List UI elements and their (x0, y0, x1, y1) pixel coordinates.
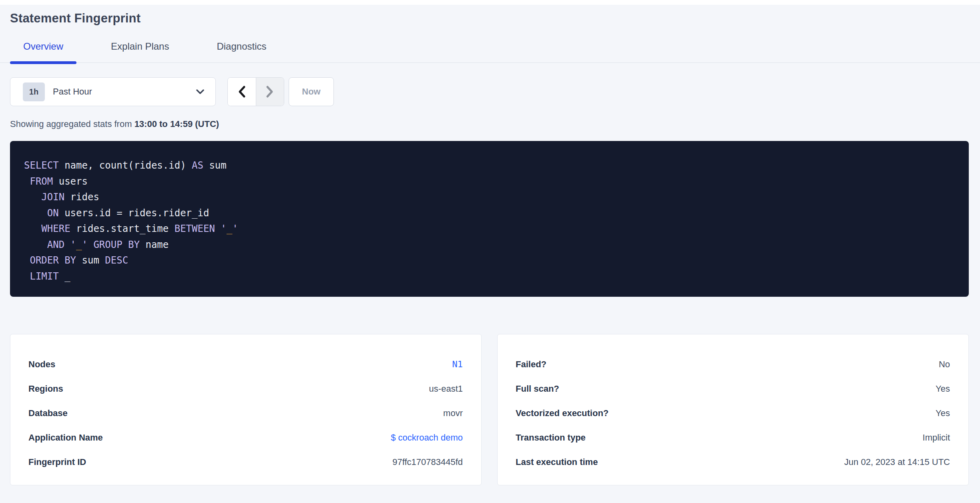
tab-overview[interactable]: Overview (10, 41, 76, 62)
chevron-right-icon (265, 85, 274, 98)
sql-line: FROM users (24, 174, 957, 190)
time-range-dropdown[interactable]: 1h Past Hour (10, 77, 216, 106)
sql-line: ON users.id = rides.rider_id (24, 205, 957, 221)
chevron-down-icon (195, 89, 205, 95)
time-range-label: Past Hour (53, 87, 92, 97)
row-value: Implicit (923, 433, 950, 443)
row-value: Yes (936, 384, 950, 394)
sql-line: ORDER BY sum DESC (24, 253, 957, 269)
tab-bar: OverviewExplain PlansDiagnostics (0, 41, 980, 63)
row-label: Regions (28, 384, 63, 394)
sql-line: JOIN rides (24, 189, 957, 205)
summary-card-left: NodesN1Regionsus-east1DatabasemovrApplic… (10, 334, 482, 485)
card-row: Fingerprint ID97ffc170783445fd (28, 450, 463, 474)
row-value: No (939, 359, 950, 370)
card-row: Failed?No (516, 352, 950, 376)
row-label: Transaction type (516, 433, 586, 443)
card-row: Vectorized execution?Yes (516, 401, 950, 425)
time-pager (227, 77, 284, 106)
card-row: NodesN1 (28, 352, 463, 376)
row-label: Vectorized execution? (516, 408, 608, 418)
sql-line: AND '_' GROUP BY name (24, 237, 957, 253)
top-strip (0, 0, 980, 5)
row-value: movr (443, 408, 463, 418)
time-toolbar: 1h Past Hour Now (10, 77, 969, 106)
row-label: Last execution time (516, 457, 598, 467)
row-label: Failed? (516, 359, 546, 370)
aggregated-stats-text: Showing aggregated stats from 13:00 to 1… (10, 119, 969, 129)
row-value-link[interactable]: N1 (452, 359, 463, 369)
chevron-left-icon (237, 85, 246, 98)
now-button[interactable]: Now (289, 77, 334, 106)
tab-diagnostics[interactable]: Diagnostics (203, 41, 279, 62)
sql-line: LIMIT _ (24, 269, 957, 285)
card-row: Transaction typeImplicit (516, 425, 950, 450)
tab-explain-plans[interactable]: Explain Plans (98, 41, 182, 62)
row-label: Fingerprint ID (28, 457, 86, 467)
card-row: Databasemovr (28, 401, 463, 425)
card-row: Regionsus-east1 (28, 376, 463, 401)
sql-statement-box: SELECT name, count(rides.id) AS sum FROM… (10, 141, 969, 297)
stats-range: 13:00 to 14:59 (UTC) (135, 119, 219, 129)
summary-card-right: Failed?NoFull scan?YesVectorized executi… (497, 334, 969, 485)
prev-time-button[interactable] (228, 78, 256, 106)
row-value: Jun 02, 2023 at 14:15 UTC (844, 457, 950, 467)
card-row: Full scan?Yes (516, 376, 950, 401)
stats-prefix: Showing aggregated stats from (10, 119, 135, 129)
row-label: Nodes (28, 359, 55, 370)
sql-line: SELECT name, count(rides.id) AS sum (24, 158, 957, 174)
row-label: Full scan? (516, 384, 559, 394)
page-title: Statement Fingerprint (10, 11, 969, 26)
sql-line: WHERE rides.start_time BETWEEN '_' (24, 221, 957, 237)
row-value-link[interactable]: $ cockroach demo (391, 433, 463, 443)
card-rows: NodesN1Regionsus-east1DatabasemovrApplic… (28, 352, 463, 474)
row-value: 97ffc170783445fd (392, 457, 463, 467)
card-rows: Failed?NoFull scan?YesVectorized executi… (516, 352, 950, 474)
row-value: Yes (936, 408, 950, 418)
row-value: us-east1 (429, 384, 463, 394)
card-row: Application Name$ cockroach demo (28, 425, 463, 450)
row-label: Application Name (28, 433, 103, 443)
summary-cards: NodesN1Regionsus-east1DatabasemovrApplic… (10, 334, 969, 485)
row-label: Database (28, 408, 68, 418)
next-time-button[interactable] (256, 78, 284, 106)
time-range-badge: 1h (23, 82, 45, 101)
card-row: Last execution timeJun 02, 2023 at 14:15… (516, 450, 950, 474)
